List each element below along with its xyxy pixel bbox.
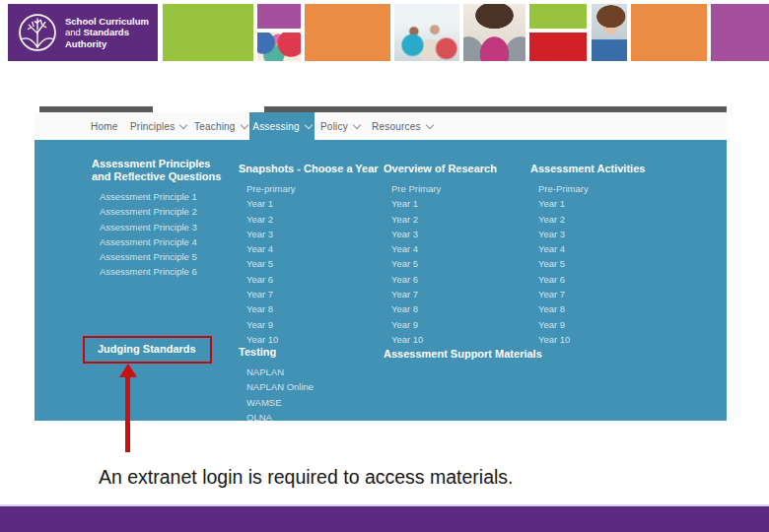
menu-section-heading[interactable]: Assessment Support Materials [384, 348, 542, 361]
menu-section-heading[interactable]: Judging Standards [98, 343, 196, 356]
nav-item-principles[interactable]: Principles [130, 112, 186, 140]
chevron-down-icon [179, 120, 187, 128]
slide: School Curriculum and Standards Authorit… [0, 0, 769, 532]
banner-tile-green [163, 4, 253, 61]
menu-item[interactable]: Year 7 [239, 287, 379, 301]
banner-tile-green-small [529, 4, 587, 29]
menu-item[interactable]: Assessment Principle 1 [92, 189, 228, 204]
logo-line2: and Standards [65, 27, 149, 38]
menu-item[interactable]: Year 3 [384, 227, 497, 241]
red-arrow-icon [119, 364, 137, 377]
menu-section-heading[interactable]: Testing [239, 346, 314, 359]
slide-caption: An extranet login is required to access … [99, 466, 514, 489]
menu-item[interactable]: Year 5 [239, 256, 379, 271]
red-arrow-shaft [125, 376, 130, 452]
nav-item-assessing[interactable]: Assessing [249, 112, 315, 140]
menu-item[interactable]: Pre Primary [384, 181, 497, 196]
banner-tile-purple [711, 4, 769, 61]
menu-item[interactable]: OLNA [239, 410, 314, 421]
menu-item[interactable]: Assessment Principle 2 [92, 204, 228, 219]
menu-item[interactable]: Year 6 [530, 272, 645, 287]
menu-item[interactable]: Assessment Principle 6 [92, 264, 228, 279]
menu-section-heading[interactable]: Assessment Principles and Reflective Que… [92, 158, 228, 183]
nav-item-teaching[interactable]: Teaching [194, 112, 247, 140]
menu-item[interactable]: Year 7 [530, 287, 645, 301]
banner-tile-orange-2 [631, 4, 707, 61]
scsa-logo: School Curriculum and Standards Authorit… [8, 4, 158, 61]
menu-item[interactable]: NAPLAN Online [239, 379, 314, 394]
menu-item[interactable]: Year 2 [530, 212, 645, 227]
banner-photo-teacher [463, 4, 525, 61]
menu-item[interactable]: Year 5 [384, 256, 497, 271]
photo-banner: School Curriculum and Standards Authorit… [0, 0, 769, 65]
menu-column-activities: Assessment Activities Pre-Primary Year 1… [530, 163, 645, 347]
menu-item[interactable]: Year 2 [384, 212, 497, 227]
banner-photo-student [592, 4, 627, 61]
menu-section-heading[interactable]: Assessment Activities [530, 163, 645, 175]
menu-item[interactable]: Pre-primary [239, 181, 379, 196]
logo-line3: Authority [65, 38, 149, 50]
chevron-down-icon [240, 120, 247, 128]
banner-tile-orange [305, 4, 390, 61]
assessing-mega-menu: Assessment Principles and Reflective Que… [35, 140, 727, 421]
menu-section-heading[interactable]: Snapshots - Choose a Year [239, 163, 379, 175]
footer-bar [0, 504, 769, 532]
menu-item[interactable]: Year 6 [239, 272, 379, 287]
menu-item[interactable]: Year 9 [384, 317, 497, 332]
menu-item[interactable]: Year 3 [530, 227, 645, 241]
banner-tile-purple-small [257, 4, 301, 29]
banner-photo-classroom [394, 4, 459, 61]
menu-item[interactable]: WAMSE [239, 395, 314, 410]
menu-item[interactable]: Year 4 [384, 241, 497, 256]
nav-item-home[interactable]: Home [91, 112, 117, 140]
judging-standards-highlight-box[interactable]: Judging Standards [83, 336, 212, 364]
menu-item[interactable]: Year 1 [239, 196, 379, 211]
menu-item[interactable]: Year 3 [239, 227, 379, 241]
menu-item[interactable]: Year 9 [530, 317, 645, 332]
menu-item[interactable]: Year 6 [384, 272, 497, 287]
menu-item[interactable]: Year 4 [239, 241, 379, 256]
menu-item[interactable]: Year 4 [530, 241, 645, 256]
menu-section-heading[interactable]: Overview of Research [384, 163, 497, 175]
menu-column-research: Overview of Research Pre Primary Year 1 … [384, 163, 497, 347]
logo-line1: School Curriculum [65, 16, 149, 28]
banner-photo-painted-hands [257, 33, 301, 61]
menu-item[interactable]: Year 10 [239, 332, 379, 347]
menu-item[interactable]: Year 8 [384, 301, 497, 316]
menu-section-testing: Testing NAPLAN NAPLAN Online WAMSE OLNA [239, 346, 314, 421]
menu-item[interactable]: Year 8 [530, 301, 645, 316]
tree-logo-icon [17, 12, 58, 53]
menu-item[interactable]: NAPLAN [239, 365, 314, 379]
menu-item[interactable]: Assessment Principle 5 [92, 249, 228, 264]
menu-item[interactable]: Assessment Principle 4 [92, 234, 228, 249]
chevron-down-icon [353, 120, 361, 128]
menu-item[interactable]: Year 10 [384, 332, 497, 347]
chevron-down-icon [425, 120, 433, 128]
banner-tile-red [529, 33, 587, 61]
menu-section-support-materials: Assessment Support Materials [384, 348, 542, 366]
menu-item[interactable]: Year 8 [239, 301, 379, 316]
menu-item[interactable]: Year 10 [530, 332, 645, 347]
menu-column-principles: Assessment Principles and Reflective Que… [92, 158, 228, 280]
menu-item[interactable]: Year 1 [384, 196, 497, 211]
menu-item[interactable]: Year 9 [239, 317, 379, 332]
website-screenshot: Home Principles Teaching Assessing Polic… [35, 106, 727, 422]
nav-item-resources[interactable]: Resources [372, 112, 433, 140]
menu-item[interactable]: Pre-Primary [530, 181, 645, 196]
menu-item[interactable]: Assessment Principle 3 [92, 220, 228, 234]
menu-item[interactable]: Year 5 [530, 256, 645, 271]
chevron-down-icon [304, 120, 312, 128]
main-nav: Home Principles Teaching Assessing Polic… [35, 112, 727, 140]
menu-item[interactable]: Year 7 [384, 287, 497, 301]
menu-item[interactable]: Year 1 [530, 196, 645, 211]
nav-item-policy[interactable]: Policy [320, 112, 360, 140]
menu-column-snapshots: Snapshots - Choose a Year Pre-primary Ye… [239, 163, 379, 347]
menu-item[interactable]: Year 2 [239, 212, 379, 227]
